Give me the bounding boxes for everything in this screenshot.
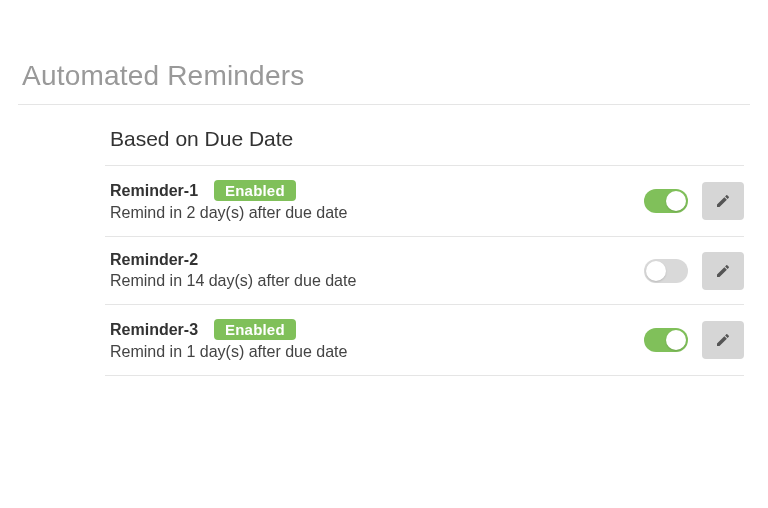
reminder-header: Reminder-3 Enabled [110,319,644,340]
reminder-name: Reminder-3 [110,321,198,339]
reminder-name: Reminder-1 [110,182,198,200]
reminder-header: Reminder-2 Enabled [110,251,644,269]
edit-button[interactable] [702,182,744,220]
reminder-controls [644,182,744,220]
edit-button[interactable] [702,321,744,359]
reminder-controls [644,252,744,290]
pencil-icon [715,193,731,209]
toggle-knob [646,261,666,281]
reminder-row: Reminder-3 Enabled Remind in 1 day(s) af… [105,305,744,376]
enabled-badge: Enabled [214,319,296,340]
toggle-knob [666,191,686,211]
reminder-row: Reminder-1 Enabled Remind in 2 day(s) af… [105,166,744,237]
section-title: Based on Due Date [105,105,744,165]
reminder-info: Reminder-3 Enabled Remind in 1 day(s) af… [110,319,644,361]
reminder-info: Reminder-1 Enabled Remind in 2 day(s) af… [110,180,644,222]
pencil-icon [715,263,731,279]
enabled-badge: Enabled [214,180,296,201]
reminder-info: Reminder-2 Enabled Remind in 14 day(s) a… [110,251,644,290]
reminder-name: Reminder-2 [110,251,198,269]
edit-button[interactable] [702,252,744,290]
reminder-row: Reminder-2 Enabled Remind in 14 day(s) a… [105,237,744,305]
toggle-knob [666,330,686,350]
reminder-controls [644,321,744,359]
toggle-switch[interactable] [644,189,688,213]
page-title: Automated Reminders [0,0,768,104]
reminder-description: Remind in 1 day(s) after due date [110,343,644,361]
pencil-icon [715,332,731,348]
reminder-description: Remind in 14 day(s) after due date [110,272,644,290]
toggle-switch[interactable] [644,328,688,352]
reminders-section: Based on Due Date Reminder-1 Enabled Rem… [0,105,744,376]
reminder-header: Reminder-1 Enabled [110,180,644,201]
reminder-description: Remind in 2 day(s) after due date [110,204,644,222]
toggle-switch[interactable] [644,259,688,283]
